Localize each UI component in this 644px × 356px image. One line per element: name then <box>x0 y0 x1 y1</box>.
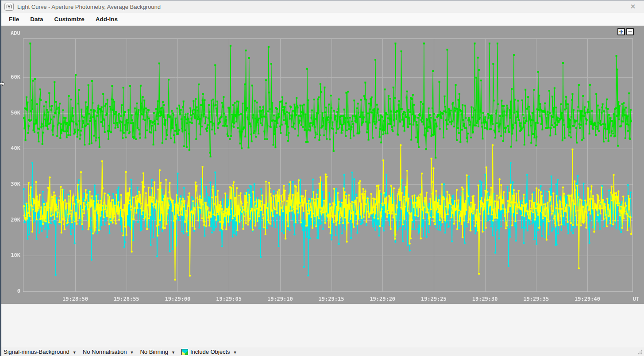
include-objects-dropdown[interactable]: Include Objects ▼ <box>181 348 237 355</box>
chevron-down-icon: ▼ <box>171 350 175 355</box>
close-button[interactable]: ✕ <box>626 0 640 13</box>
binning-label: No Binning <box>140 348 168 355</box>
chevron-down-icon: ▼ <box>130 350 134 355</box>
window-title: Light Curve - Aperture Photometry, Avera… <box>17 4 161 10</box>
zoom-out-button[interactable] <box>626 28 634 35</box>
status-bar: Signal-minus-Background ▼ No Normalisati… <box>0 347 644 356</box>
reduction-mode-dropdown[interactable]: Signal-minus-Background ▼ <box>4 348 77 355</box>
reduction-mode-label: Signal-minus-Background <box>4 348 69 355</box>
include-objects-label: Include Objects <box>190 348 230 355</box>
lower-panel <box>0 304 644 347</box>
menu-data[interactable]: Data <box>28 15 45 24</box>
chevron-down-icon: ▼ <box>73 350 77 355</box>
chart-region <box>0 26 644 304</box>
menu-customize[interactable]: Customize <box>53 15 86 24</box>
plus-icon <box>619 29 624 34</box>
light-curve-chart[interactable] <box>0 26 644 304</box>
objects-color-icon <box>181 349 188 355</box>
tangra-app-icon <box>4 3 14 11</box>
minus-icon <box>628 29 632 34</box>
zoom-controls <box>617 28 634 35</box>
zoom-in-button[interactable] <box>617 28 625 35</box>
resize-grip[interactable] <box>637 349 643 355</box>
mouse-cursor <box>0 81 5 87</box>
app-window: Light Curve - Aperture Photometry, Avera… <box>0 0 644 356</box>
menu-add-ins[interactable]: Add-ins <box>94 15 120 24</box>
menu-bar: File Data Customize Add-ins <box>0 13 644 26</box>
chevron-down-icon: ▼ <box>233 350 237 355</box>
window-border <box>0 0 1 356</box>
normalisation-label: No Normalisation <box>83 348 127 355</box>
title-bar: Light Curve - Aperture Photometry, Avera… <box>0 0 644 13</box>
normalisation-dropdown[interactable]: No Normalisation ▼ <box>83 348 134 355</box>
menu-file[interactable]: File <box>7 15 21 24</box>
tangra-glyph <box>6 4 12 9</box>
binning-dropdown[interactable]: No Binning ▼ <box>140 348 175 355</box>
